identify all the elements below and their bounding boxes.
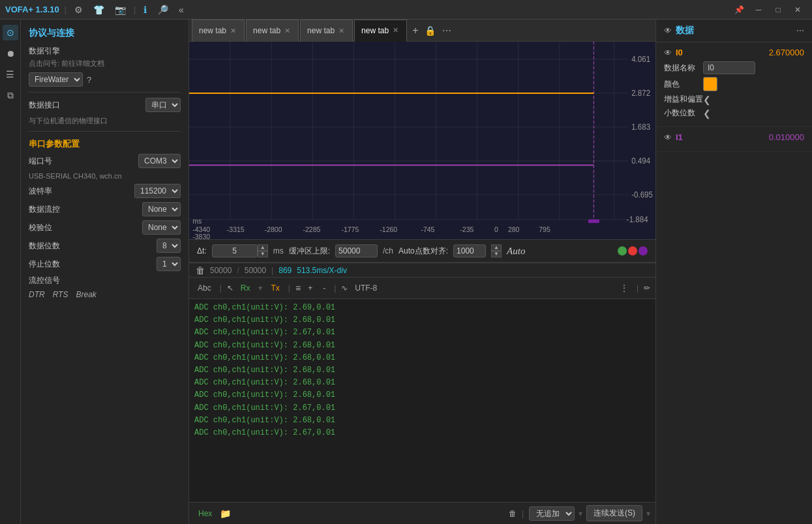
sidebar-icon-record[interactable]: ⏺ [3, 46, 18, 61]
cursor-icon[interactable]: ↖ [227, 284, 233, 293]
gain-chevron-i0[interactable]: ❮ [703, 95, 711, 105]
tab-0[interactable]: new tab ✕ [192, 20, 245, 42]
delta-t-input[interactable] [212, 244, 258, 257]
wave-icon[interactable]: ∿ [341, 284, 348, 293]
window-controls: 📌 ─ □ ✕ [730, 3, 807, 16]
tab-0-close[interactable]: ✕ [229, 26, 237, 36]
tab-2-close[interactable]: ✕ [337, 26, 346, 36]
abc-button[interactable]: Abc [194, 282, 215, 294]
flow-control-select[interactable]: None [142, 202, 181, 216]
data-interface-label: 数据接口 [29, 100, 60, 111]
dot-purple[interactable] [639, 246, 648, 255]
data-engine-row: FireWater ? [29, 72, 181, 87]
pin-button[interactable]: 📌 [730, 3, 748, 16]
svg-text:4.061: 4.061 [631, 55, 650, 63]
delta-t-down[interactable]: ▼ [258, 251, 268, 257]
rx-button[interactable]: Rx [237, 282, 254, 294]
encoding-button[interactable]: UTF-8 [352, 282, 380, 294]
align-icon[interactable]: ≡ [295, 283, 301, 293]
tab-3-close[interactable]: ✕ [391, 25, 400, 35]
maximize-button[interactable]: □ [769, 3, 787, 16]
rewind-icon[interactable]: « [176, 3, 187, 16]
data-value-i1: 0.010000 [769, 132, 804, 142]
decimal-chevron-i0[interactable]: ❮ [703, 108, 711, 119]
more-button[interactable]: ⋮ [617, 282, 631, 294]
settings-icon[interactable]: ⚙ [72, 3, 85, 16]
right-panel-header: 👁 数据 ⋯ [656, 20, 812, 42]
auto-points-down[interactable]: ▼ [491, 251, 502, 257]
minimize-button[interactable]: ─ [749, 3, 768, 16]
data-bits-row: 数据位数 8 [29, 239, 181, 253]
camera-icon[interactable]: 📷 [112, 3, 128, 16]
svg-text:1.683: 1.683 [631, 123, 650, 131]
data-dots [618, 246, 648, 255]
svg-text:2.872: 2.872 [631, 89, 650, 97]
send-button[interactable]: 连续发送(S) [586, 505, 642, 521]
eye-icon-i0[interactable]: 👁 [664, 48, 672, 57]
panel-title: 协议与连接 [29, 27, 181, 39]
data-bits-select[interactable]: 8 [157, 239, 181, 253]
tab-3[interactable]: new tab ✕ [354, 20, 407, 42]
info-icon[interactable]: ℹ [141, 3, 149, 16]
serial-input-field[interactable] [235, 509, 505, 518]
flow-signal-label: 流控信号 [29, 275, 181, 286]
serial-input-row: Hex 📁 🗑 | 无追加 ▾ 连续发送(S) ▾ [189, 502, 655, 524]
dot-red[interactable] [628, 246, 637, 255]
rts-button[interactable]: RTS [53, 290, 68, 299]
port-select[interactable]: COM3 [138, 154, 181, 168]
tab-1-close[interactable]: ✕ [283, 26, 292, 36]
sidebar-icon-menu[interactable]: ☰ [3, 66, 18, 82]
break-button[interactable]: Break [76, 290, 96, 299]
list-item: ADC ch0,ch1(unit:V): 2.68,0.01 [194, 389, 650, 401]
eye-icon-header[interactable]: 👁 [664, 26, 672, 35]
auto-points-up[interactable]: ▲ [491, 244, 502, 251]
sidebar-icon-layers[interactable]: ⧉ [3, 87, 18, 103]
control-signal-row: DTR RTS Break [29, 290, 181, 299]
question-mark[interactable]: ? [87, 75, 91, 85]
sidebar-icon-connect[interactable]: ⊙ [3, 25, 18, 40]
send-file-icon[interactable]: 📁 [220, 508, 231, 519]
trash-icon[interactable]: 🗑 [196, 265, 205, 276]
tx-button[interactable]: Tx [267, 282, 282, 294]
buffer-count: 869 [278, 266, 292, 275]
fingerprint-icon[interactable]: 🔎 [155, 3, 171, 16]
data-item-i0: 👁 I0 2.670000 数据名称 颜色 增益和偏置 ❮ 小数位数 ❮ [656, 42, 812, 127]
close-button[interactable]: ✕ [789, 3, 807, 16]
delta-t-up[interactable]: ▲ [258, 244, 268, 251]
ms-unit: ms [273, 246, 284, 255]
tab-2[interactable]: new tab ✕ [300, 20, 353, 42]
tab-more-button[interactable]: ⋯ [438, 25, 455, 36]
hex-button[interactable]: Hex [194, 508, 216, 519]
eraser-clear-icon[interactable]: 🗑 [509, 509, 517, 518]
baud-select[interactable]: 115200 [134, 184, 181, 198]
tab-1[interactable]: new tab ✕ [246, 20, 299, 42]
minus-button[interactable]: - [320, 282, 329, 294]
eraser-icon[interactable]: ✏ [644, 284, 650, 293]
stop-bits-select[interactable]: 1 [157, 257, 181, 271]
buffer-input[interactable] [335, 244, 378, 257]
dtr-button[interactable]: DTR [29, 290, 45, 299]
tab-2-label: new tab [307, 26, 335, 35]
dot-green[interactable] [618, 246, 627, 255]
eye-icon-i1[interactable]: 👁 [664, 133, 672, 142]
tshirt-icon[interactable]: 👕 [91, 3, 107, 16]
sidebar-icons: ⊙ ⏺ ☰ ⧉ [0, 20, 21, 524]
color-swatch-i0[interactable] [703, 77, 717, 91]
data-engine-select[interactable]: FireWater [29, 72, 83, 87]
titlebar: VOFA+ 1.3.10 | ⚙ 👕 📷 | ℹ 🔎 « 📌 ─ □ ✕ [0, 0, 812, 20]
name-input-i0[interactable] [703, 61, 755, 74]
no-add-select[interactable]: 无追加 [529, 506, 575, 521]
svg-text:-3315: -3315 [227, 226, 245, 233]
right-panel-more[interactable]: ⋯ [796, 26, 804, 35]
send-dropdown-arrow[interactable]: ▾ [646, 509, 650, 518]
port-hint: USB-SERIAL CH340, wch.cn [29, 172, 181, 180]
plus-button[interactable]: + [305, 282, 316, 294]
svg-text:-2800: -2800 [265, 226, 282, 233]
parity-select[interactable]: None [142, 220, 181, 235]
data-bits-label: 数据位数 [29, 240, 60, 252]
auto-points-input[interactable] [453, 244, 486, 257]
data-interface-select[interactable]: 串口 [145, 98, 181, 112]
list-item: ADC ch0,ch1(unit:V): 2.68,0.01 [194, 314, 650, 327]
tab-lock-icon[interactable]: 🔒 [422, 25, 438, 36]
tab-add-button[interactable]: + [408, 25, 422, 36]
